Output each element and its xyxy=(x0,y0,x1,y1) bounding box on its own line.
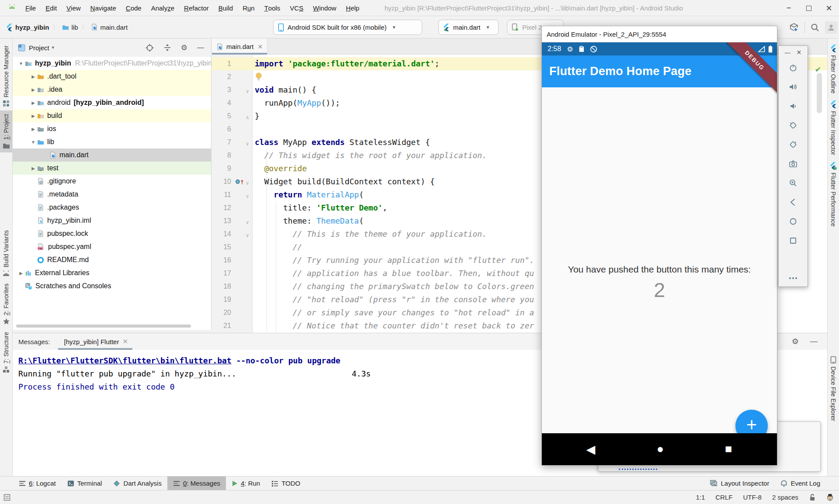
fold-marker-icon[interactable]: ∨ xyxy=(244,216,250,229)
fold-marker-icon[interactable]: ∨ xyxy=(244,137,250,150)
settings-gear-icon[interactable]: ⚙ xyxy=(792,337,799,346)
device-selector-dropdown[interactable]: Android SDK built for x86 (mobile) ▼ xyxy=(273,20,422,35)
emulator-screen[interactable]: 2:58 ⚙ Flutter Demo Home Page DEBUG You … xyxy=(542,42,777,465)
tree-row[interactable]: ▶.dart_tool xyxy=(13,70,211,83)
toolwindow-button-0-messages[interactable]: 0: Messages xyxy=(167,476,226,490)
chevron-down-icon[interactable]: ▼ xyxy=(17,61,25,66)
menu-vcs[interactable]: VCS xyxy=(285,0,308,16)
tab-flutter-messages[interactable]: [hyzp_yibin] Flutter ✕ xyxy=(62,333,131,350)
sidebar-item-device-file-explorer[interactable]: Device File Explorer xyxy=(828,352,839,425)
toolwindow-button-terminal[interactable]: Terminal xyxy=(62,476,108,490)
fold-marker-icon[interactable]: ∨ xyxy=(244,190,250,203)
sidebar-item-resource-manager[interactable]: Resource Manager xyxy=(0,42,12,110)
hector-inspector-icon[interactable] xyxy=(826,494,834,501)
fold-marker-icon[interactable]: ∨ xyxy=(244,176,250,190)
sdk-manager-icon[interactable] xyxy=(789,22,799,33)
emulator-back-icon[interactable] xyxy=(779,193,808,212)
emulator-overview-icon[interactable] xyxy=(779,231,808,250)
tree-row[interactable]: ▶android[hyzp_yibin_android] xyxy=(13,96,211,109)
hide-panel-icon[interactable]: — xyxy=(197,44,204,52)
nav-overview-icon[interactable]: ■ xyxy=(715,433,742,465)
minimize-window-icon[interactable]: − xyxy=(779,0,799,16)
tree-row[interactable]: ▼lib xyxy=(13,135,211,148)
menu-code[interactable]: Code xyxy=(121,0,146,16)
toolwindow-button-todo[interactable]: TODO xyxy=(266,476,306,490)
unlock-icon[interactable] xyxy=(809,494,816,501)
tab-main-dart[interactable]: main.dart ✕ xyxy=(212,38,267,55)
toolwindow-button-layout-inspector[interactable]: Layout Inspector xyxy=(704,476,775,490)
fold-marker-icon[interactable]: ∨ xyxy=(244,85,250,98)
emulator-power-icon[interactable] xyxy=(779,58,808,77)
chevron-down-icon[interactable]: ▼ xyxy=(29,140,37,145)
fold-marker-icon[interactable]: ∨ xyxy=(244,229,250,242)
sidebar-item-flutter-inspector[interactable]: Flutter Inspector xyxy=(828,97,839,159)
chevron-right-icon[interactable]: ▶ xyxy=(29,114,37,118)
chevron-right-icon[interactable]: ▶ xyxy=(17,271,25,276)
sidebar-item-flutter-outline[interactable]: Flutter Outline xyxy=(828,41,839,97)
tree-row[interactable]: .gitignore xyxy=(13,175,211,188)
chevron-right-icon[interactable]: ▶ xyxy=(29,100,37,105)
tree-row[interactable]: .packages xyxy=(13,201,211,214)
status-item-crlf[interactable]: CRLF xyxy=(715,494,732,501)
menu-tools[interactable]: Tools xyxy=(260,0,285,16)
horizontal-scrollbar[interactable] xyxy=(16,324,191,328)
menu-run[interactable]: Run xyxy=(238,0,260,16)
chevron-right-icon[interactable]: ▶ xyxy=(29,166,37,171)
sidebar-item-build-variants[interactable]: Build Variants xyxy=(0,227,12,280)
hide-panel-icon[interactable]: — xyxy=(810,337,818,346)
chevron-down-icon[interactable]: ▼ xyxy=(51,45,55,50)
close-tab-icon[interactable]: ✕ xyxy=(122,338,128,345)
menu-analyze[interactable]: Analyze xyxy=(146,0,179,16)
intention-bulb-icon[interactable] xyxy=(256,72,262,81)
menu-navigate[interactable]: Navigate xyxy=(86,0,121,16)
emulator-camera-icon[interactable] xyxy=(779,154,808,173)
run-config-dropdown[interactable]: main.dart ▼ xyxy=(438,20,499,35)
close-window-icon[interactable]: ✕ xyxy=(819,0,839,16)
emulator-rotate-right-icon[interactable] xyxy=(779,135,808,154)
console-link[interactable]: R:\Flutter\FlutterSDK\flutter\bin\flutte… xyxy=(18,356,232,365)
sidebar-item-7-structure[interactable]: 7: Structure xyxy=(0,328,12,376)
settings-gear-icon[interactable]: ⚙ xyxy=(181,43,187,52)
breadcrumb-item-hyzp_yibin[interactable]: hyzp_yibin xyxy=(6,24,49,31)
breadcrumb-item-main.dart[interactable]: main.dart xyxy=(91,24,128,31)
close-tab-icon[interactable]: ✕ xyxy=(258,43,263,50)
tree-row[interactable]: ▶build xyxy=(13,109,211,122)
menu-view[interactable]: View xyxy=(62,0,86,16)
chevron-right-icon[interactable]: ▶ xyxy=(29,74,37,79)
tree-row[interactable]: ▼hyzp_yibinR:\FlutterProject\FlutterProj… xyxy=(13,57,211,70)
emulator-close-icon[interactable]: ✕ xyxy=(797,49,802,56)
menu-refactor[interactable]: Refactor xyxy=(179,0,214,16)
menu-edit[interactable]: Edit xyxy=(41,0,62,16)
tree-row[interactable]: YMLpubspec.yaml xyxy=(13,240,211,253)
toolwindow-button-6-logcat[interactable]: 6: Logcat xyxy=(13,476,62,490)
avatar[interactable] xyxy=(825,21,837,34)
tree-row[interactable]: Scratches and Consoles xyxy=(13,280,211,293)
nav-back-icon[interactable]: ◀ xyxy=(578,433,604,465)
tree-row[interactable]: main.dart xyxy=(13,148,211,162)
sidebar-item-flutter-performance[interactable]: Flutter Performance xyxy=(828,159,839,230)
workspace-toggle-icon[interactable] xyxy=(3,494,10,501)
tree-row[interactable]: ▶ios xyxy=(13,122,211,135)
toolwindow-button-dart-analysis[interactable]: Dart Analysis xyxy=(107,476,167,490)
emulator-rotate-left-icon[interactable] xyxy=(779,116,808,135)
menu-file[interactable]: File xyxy=(21,0,41,16)
chevron-right-icon[interactable]: ▶ xyxy=(29,127,37,131)
emulator-zoom-icon[interactable] xyxy=(779,173,808,193)
sidebar-item-1-project[interactable]: 1: Project xyxy=(0,110,12,152)
fold-end-icon[interactable]: ∧ xyxy=(244,111,250,124)
menu-help[interactable]: Help xyxy=(341,0,364,16)
maximize-window-icon[interactable] xyxy=(799,0,819,16)
chevron-right-icon[interactable]: ▶ xyxy=(29,87,37,92)
project-panel-title[interactable]: Project xyxy=(29,44,49,52)
menu-build[interactable]: Build xyxy=(214,0,238,16)
emulator-minimize-icon[interactable]: — xyxy=(785,49,790,56)
nav-home-icon[interactable]: ● xyxy=(647,433,673,465)
collapse-all-icon[interactable] xyxy=(163,44,171,52)
tree-row[interactable]: ▶test xyxy=(13,162,211,175)
override-marker-icon[interactable] xyxy=(235,178,245,185)
status-item-2-spaces[interactable]: 2 spaces xyxy=(772,494,798,501)
sidebar-item-2-favorites[interactable]: 2: Favorites xyxy=(0,280,12,328)
status-item-1-1[interactable]: 1:1 xyxy=(696,494,705,501)
emulator-volume-up-icon[interactable] xyxy=(779,77,808,97)
breadcrumb-item-lib[interactable]: lib xyxy=(62,24,78,31)
